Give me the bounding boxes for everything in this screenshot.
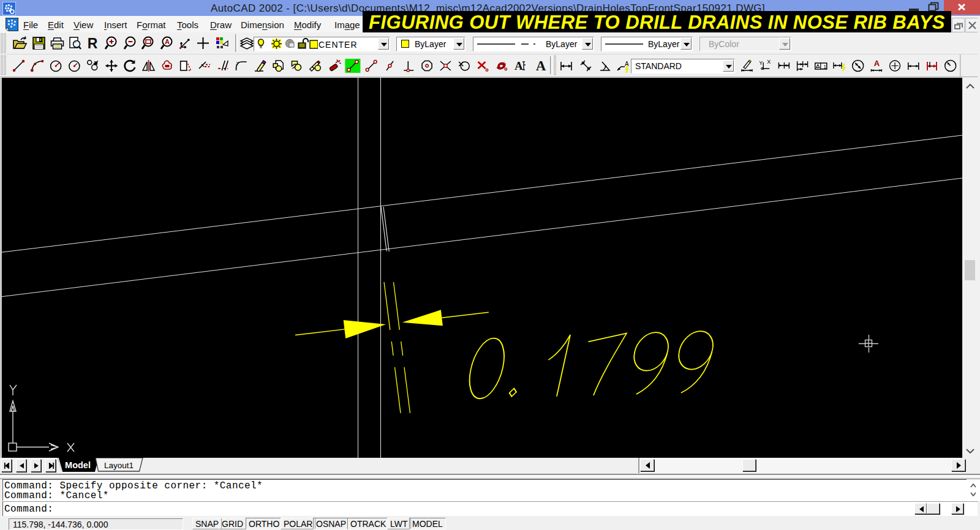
svg-text:A: A bbox=[165, 38, 170, 45]
svg-text:.1: .1 bbox=[822, 64, 827, 70]
svg-text:X: X bbox=[767, 59, 771, 65]
svg-text:A: A bbox=[536, 58, 546, 73]
svg-text:R: R bbox=[88, 35, 98, 51]
svg-text:Model: Model bbox=[65, 460, 91, 470]
svg-text:Y: Y bbox=[759, 60, 763, 66]
svg-text:Layout1: Layout1 bbox=[104, 461, 134, 470]
svg-text:A: A bbox=[514, 59, 523, 72]
svg-text:A: A bbox=[874, 59, 880, 68]
